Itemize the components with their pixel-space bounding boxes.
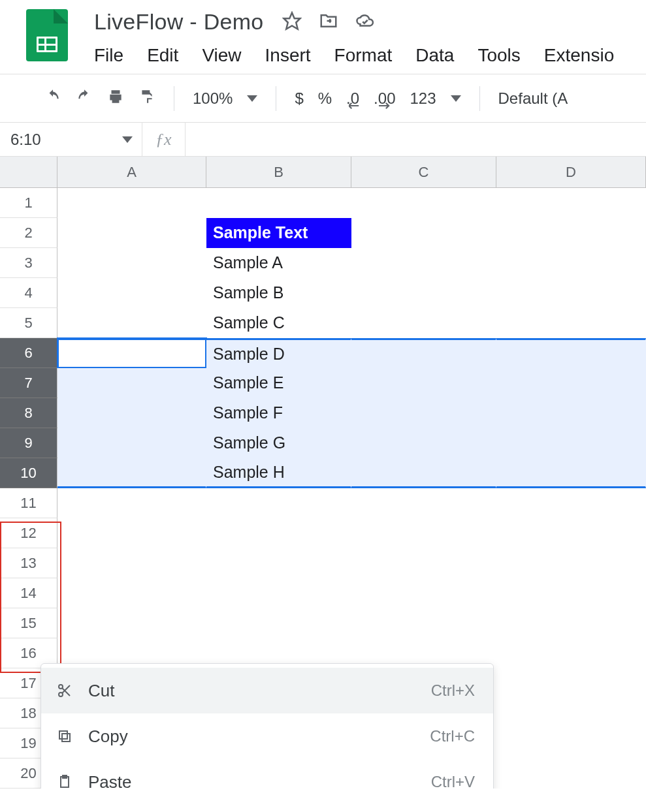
cell[interactable] bbox=[496, 458, 646, 488]
cell[interactable]: Sample F bbox=[206, 398, 351, 428]
cell[interactable] bbox=[351, 458, 496, 488]
cell[interactable] bbox=[496, 338, 646, 368]
star-icon[interactable] bbox=[282, 11, 302, 33]
col-header-A[interactable]: A bbox=[57, 157, 206, 187]
cell[interactable] bbox=[206, 488, 351, 518]
cell[interactable] bbox=[351, 608, 496, 638]
cell[interactable] bbox=[57, 428, 206, 458]
row-header[interactable]: 1 bbox=[0, 188, 57, 218]
cell[interactable] bbox=[496, 518, 646, 548]
cell[interactable]: Sample C bbox=[206, 308, 351, 338]
row-header[interactable]: 2 bbox=[0, 218, 57, 248]
number-format-dropdown[interactable]: 123 bbox=[410, 89, 460, 108]
row-header[interactable]: 7 bbox=[0, 368, 57, 398]
cell[interactable]: Sample E bbox=[206, 368, 351, 398]
menu-insert[interactable]: Insert bbox=[265, 45, 311, 66]
cell[interactable] bbox=[496, 728, 646, 758]
redo-icon[interactable] bbox=[76, 88, 93, 109]
cell[interactable] bbox=[351, 308, 496, 338]
row-header[interactable]: 12 bbox=[0, 518, 57, 548]
cell[interactable] bbox=[351, 488, 496, 518]
row-header[interactable]: 3 bbox=[0, 248, 57, 278]
menu-extensions[interactable]: Extensio bbox=[544, 45, 614, 66]
col-header-D[interactable]: D bbox=[496, 157, 646, 187]
select-all-corner[interactable] bbox=[0, 157, 57, 187]
document-title[interactable]: LiveFlow - Demo bbox=[94, 9, 264, 35]
row-header[interactable]: 14 bbox=[0, 578, 57, 608]
cell[interactable] bbox=[57, 398, 206, 428]
cell[interactable] bbox=[57, 308, 206, 338]
cell[interactable] bbox=[496, 638, 646, 668]
cell[interactable]: Sample G bbox=[206, 428, 351, 458]
cell[interactable] bbox=[351, 428, 496, 458]
cell[interactable] bbox=[351, 218, 496, 248]
cell[interactable] bbox=[351, 368, 496, 398]
cell[interactable] bbox=[496, 248, 646, 278]
row-header[interactable]: 9 bbox=[0, 428, 57, 458]
row-header[interactable]: 13 bbox=[0, 548, 57, 578]
cell[interactable] bbox=[57, 338, 206, 368]
print-icon[interactable] bbox=[107, 88, 124, 109]
undo-icon[interactable] bbox=[44, 88, 61, 109]
cell[interactable] bbox=[57, 368, 206, 398]
cell[interactable] bbox=[57, 608, 206, 638]
cell[interactable] bbox=[57, 248, 206, 278]
row-header[interactable]: 8 bbox=[0, 398, 57, 428]
menu-view[interactable]: View bbox=[202, 45, 241, 66]
ctx-copy[interactable]: Copy Ctrl+C bbox=[41, 713, 493, 759]
cell[interactable]: Sample A bbox=[206, 248, 351, 278]
cell[interactable] bbox=[496, 698, 646, 728]
cell[interactable] bbox=[57, 518, 206, 548]
cell[interactable] bbox=[496, 368, 646, 398]
font-dropdown[interactable]: Default (A bbox=[498, 89, 568, 108]
cell[interactable]: Sample H bbox=[206, 458, 351, 488]
menu-data[interactable]: Data bbox=[415, 45, 454, 66]
menu-tools[interactable]: Tools bbox=[477, 45, 520, 66]
increase-decimal-button[interactable]: .00 bbox=[374, 89, 395, 108]
col-header-B[interactable]: B bbox=[206, 157, 351, 187]
cell[interactable] bbox=[496, 488, 646, 518]
cell[interactable] bbox=[496, 278, 646, 308]
row-header[interactable]: 6 bbox=[0, 338, 57, 368]
cloud-status-icon[interactable] bbox=[355, 11, 375, 33]
cell[interactable] bbox=[57, 458, 206, 488]
currency-button[interactable]: $ bbox=[295, 89, 303, 108]
paint-format-icon[interactable] bbox=[138, 88, 155, 109]
move-folder-icon[interactable] bbox=[319, 11, 338, 33]
cell[interactable] bbox=[351, 248, 496, 278]
cell[interactable] bbox=[206, 188, 351, 218]
menu-file[interactable]: File bbox=[94, 45, 123, 66]
cell[interactable] bbox=[57, 218, 206, 248]
ctx-cut[interactable]: Cut Ctrl+X bbox=[41, 668, 493, 713]
row-header[interactable]: 10 bbox=[0, 458, 57, 488]
cell[interactable] bbox=[496, 398, 646, 428]
cell[interactable] bbox=[57, 488, 206, 518]
cell[interactable] bbox=[351, 398, 496, 428]
sheets-app-icon[interactable] bbox=[26, 9, 68, 61]
row-header[interactable]: 15 bbox=[0, 608, 57, 638]
cell[interactable] bbox=[496, 548, 646, 578]
cell[interactable] bbox=[57, 578, 206, 608]
cell[interactable] bbox=[496, 428, 646, 458]
cell[interactable] bbox=[496, 188, 646, 218]
cell[interactable]: Sample B bbox=[206, 278, 351, 308]
zoom-dropdown[interactable]: 100% bbox=[193, 89, 257, 108]
cell[interactable] bbox=[57, 548, 206, 578]
cell[interactable] bbox=[351, 338, 496, 368]
cell[interactable]: Sample Text bbox=[206, 218, 351, 248]
row-header[interactable]: 11 bbox=[0, 488, 57, 518]
cell[interactable] bbox=[206, 548, 351, 578]
cell[interactable] bbox=[496, 608, 646, 638]
cell[interactable] bbox=[57, 188, 206, 218]
cell[interactable] bbox=[351, 518, 496, 548]
cell[interactable] bbox=[496, 218, 646, 248]
row-header[interactable]: 5 bbox=[0, 308, 57, 338]
cell[interactable] bbox=[496, 758, 646, 789]
col-header-C[interactable]: C bbox=[351, 157, 496, 187]
cell[interactable] bbox=[351, 188, 496, 218]
menu-edit[interactable]: Edit bbox=[147, 45, 178, 66]
menu-format[interactable]: Format bbox=[334, 45, 393, 66]
cell[interactable] bbox=[496, 668, 646, 698]
row-header[interactable]: 4 bbox=[0, 278, 57, 308]
cell[interactable] bbox=[351, 578, 496, 608]
